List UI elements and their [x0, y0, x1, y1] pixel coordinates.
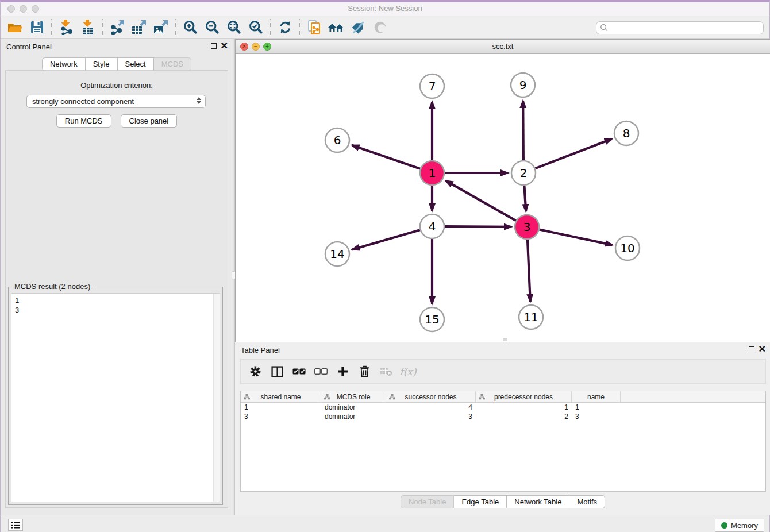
- optimization-criterion-select[interactable]: strongly connected component: [26, 95, 206, 108]
- edge-4-3[interactable]: [445, 226, 511, 227]
- column-label: shared name: [260, 393, 301, 401]
- network-graph[interactable]: 7968124314101511: [236, 54, 770, 342]
- memory-button[interactable]: Memory: [715, 519, 764, 532]
- tab-network[interactable]: Network: [42, 57, 86, 71]
- import-table-button[interactable]: [77, 18, 99, 37]
- first-neighbors-button[interactable]: [325, 18, 347, 37]
- node-8[interactable]: 8: [614, 121, 638, 145]
- close-panel-icon[interactable]: ✕: [759, 344, 766, 354]
- node-1[interactable]: 1: [420, 161, 444, 185]
- network-window-titlebar[interactable]: × − + scc.txt: [236, 40, 770, 54]
- node-3[interactable]: 3: [515, 215, 539, 239]
- tab-style[interactable]: Style: [86, 57, 118, 71]
- column-header-name[interactable]: name: [572, 391, 621, 402]
- column-header-successor-nodes[interactable]: successor nodes: [386, 391, 476, 402]
- edge-3-10[interactable]: [540, 230, 613, 245]
- column-header-predecessor-nodes[interactable]: predecessor nodes: [476, 391, 572, 402]
- cell-shared-name[interactable]: 3: [241, 413, 321, 421]
- close-panel-button[interactable]: Close panel: [121, 114, 178, 128]
- edge-2-8[interactable]: [536, 139, 612, 168]
- control-panel-header: Control Panel ✕: [1, 39, 233, 54]
- hierarchy-icon: [244, 394, 250, 400]
- run-mcds-button[interactable]: Run MCDS: [56, 114, 111, 128]
- tab-select[interactable]: Select: [118, 57, 154, 71]
- edge-3-1[interactable]: [445, 180, 515, 221]
- edge-2-9[interactable]: [523, 101, 523, 160]
- edge-3-11[interactable]: [528, 240, 530, 302]
- clone-network-icon: [307, 20, 322, 36]
- zoom-fit-button[interactable]: [223, 18, 245, 37]
- table-row[interactable]: 3 dominator 3 2 3: [241, 412, 765, 421]
- export-network-button[interactable]: [106, 18, 128, 37]
- task-history-button[interactable]: [8, 519, 23, 531]
- open-session-button[interactable]: [4, 18, 26, 37]
- table-row[interactable]: 1 dominator 4 1 1: [241, 403, 765, 412]
- cell-mcds-role[interactable]: dominator: [321, 413, 386, 421]
- edge-4-14[interactable]: [352, 230, 420, 249]
- node-7[interactable]: 7: [420, 74, 444, 98]
- cell-mcds-role[interactable]: dominator: [321, 403, 386, 411]
- column-header-mcds-role[interactable]: MCDS role: [321, 391, 386, 402]
- zoom-out-button[interactable]: [201, 18, 223, 37]
- node-15[interactable]: 15: [420, 307, 444, 331]
- import-network-button[interactable]: [55, 18, 77, 37]
- delete-column-button[interactable]: [355, 362, 374, 381]
- mcds-result-group: MCDS result (2 nodes) 1 3: [8, 287, 223, 505]
- mcds-result-list[interactable]: 1 3: [11, 293, 220, 502]
- export-image-icon: [153, 20, 169, 35]
- cell-successor-nodes[interactable]: 3: [386, 413, 476, 421]
- node-10[interactable]: 10: [615, 236, 640, 260]
- close-panel-icon[interactable]: ✕: [221, 41, 228, 51]
- export-image-button[interactable]: [150, 18, 172, 37]
- search-input[interactable]: [609, 23, 763, 33]
- cell-shared-name[interactable]: 1: [241, 403, 321, 411]
- table-toolbar: f(x): [240, 359, 766, 384]
- float-panel-icon[interactable]: [211, 43, 217, 49]
- tab-node-table[interactable]: Node Table: [401, 495, 455, 508]
- refresh-button[interactable]: [274, 18, 296, 37]
- clone-network-button[interactable]: [303, 18, 325, 37]
- network-canvas[interactable]: 7968124314101511: [236, 54, 770, 342]
- canvas-resize-grip[interactable]: [503, 338, 507, 341]
- node-2[interactable]: 2: [511, 161, 536, 185]
- cell-name[interactable]: 3: [572, 413, 621, 421]
- node-14[interactable]: 14: [325, 242, 349, 266]
- node-label: 7: [429, 79, 436, 93]
- app-window: Session: New Session: [0, 0, 770, 532]
- toggle-birds-eye-button[interactable]: [369, 18, 391, 37]
- cell-predecessor-nodes[interactable]: 1: [476, 403, 572, 411]
- cell-successor-nodes[interactable]: 4: [386, 403, 476, 411]
- tab-motifs[interactable]: Motifs: [569, 495, 605, 508]
- toolbar-separator: [51, 19, 52, 36]
- column-header-shared-name[interactable]: shared name: [241, 391, 321, 402]
- cell-predecessor-nodes[interactable]: 2: [476, 413, 572, 421]
- deselect-all-columns-button[interactable]: [311, 362, 330, 381]
- node-11[interactable]: 11: [519, 305, 543, 329]
- toggle-labels-button[interactable]: [347, 18, 369, 37]
- add-column-button[interactable]: [333, 362, 352, 381]
- function-builder-button[interactable]: f(x): [398, 362, 418, 381]
- window-title: Session: New Session: [1, 4, 769, 13]
- edge-1-6[interactable]: [352, 145, 421, 169]
- zoom-in-button[interactable]: [179, 18, 201, 37]
- node-9[interactable]: 9: [511, 73, 535, 97]
- zoom-selected-button[interactable]: [245, 18, 267, 37]
- save-session-button[interactable]: [26, 18, 48, 37]
- delete-table-button[interactable]: [376, 362, 396, 381]
- cell-name[interactable]: 1: [572, 403, 621, 411]
- node-label: 6: [334, 133, 341, 147]
- float-panel-icon[interactable]: [749, 346, 754, 352]
- column-layout-button[interactable]: [267, 362, 287, 381]
- select-all-columns-button[interactable]: [289, 362, 309, 381]
- edge-2-3[interactable]: [524, 186, 526, 211]
- search-field[interactable]: [596, 21, 764, 34]
- tab-network-table[interactable]: Network Table: [507, 495, 569, 508]
- node-4[interactable]: 4: [420, 214, 444, 238]
- node-table[interactable]: shared name MCDS role successor nodes pr…: [240, 391, 766, 492]
- export-table-button[interactable]: [128, 18, 150, 37]
- tab-edge-table[interactable]: Edge Table: [454, 495, 507, 508]
- tab-mcds[interactable]: MCDS: [154, 57, 191, 71]
- table-settings-button[interactable]: [245, 362, 265, 381]
- result-scrollbar[interactable]: [213, 294, 220, 502]
- node-6[interactable]: 6: [325, 128, 349, 152]
